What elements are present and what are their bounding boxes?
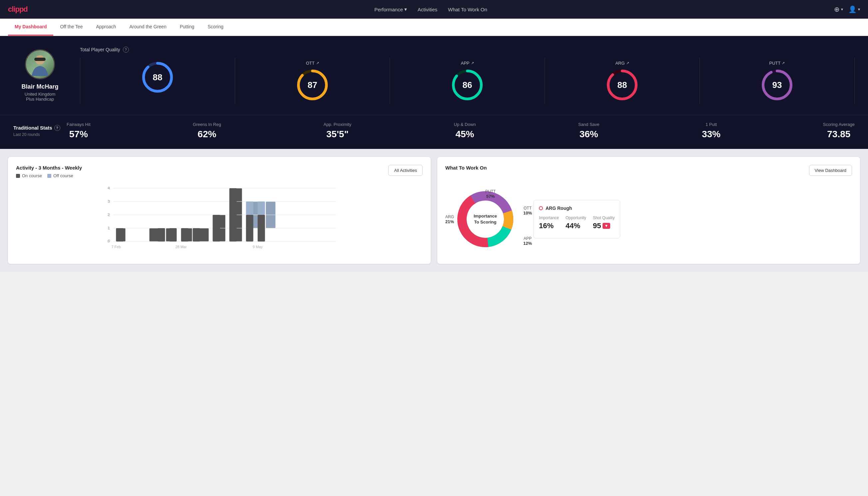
score-putt: PUTT ↗ 93 bbox=[700, 58, 855, 104]
svg-text:To Scoring: To Scoring bbox=[474, 219, 496, 224]
svg-rect-45 bbox=[170, 228, 177, 242]
info-metrics: Importance 16% Opportunity 44% Shot Qual… bbox=[539, 216, 615, 230]
player-handicap: Plus Handicap bbox=[26, 97, 54, 102]
tab-off-the-tee[interactable]: Off the Tee bbox=[53, 19, 89, 36]
info-card: ARG Rough Importance 16% Opportunity 44%… bbox=[533, 200, 620, 238]
gauge-ott: 87 bbox=[296, 68, 329, 102]
svg-text:28 Mar: 28 Mar bbox=[175, 245, 187, 249]
info-card-title: ARG Rough bbox=[539, 205, 615, 211]
gauge-putt-value: 93 bbox=[772, 80, 782, 90]
svg-rect-51 bbox=[246, 202, 253, 215]
svg-rect-49 bbox=[230, 188, 237, 242]
tab-approach[interactable]: Approach bbox=[89, 19, 123, 36]
svg-text:1: 1 bbox=[108, 226, 110, 230]
nav-what-to-work-on[interactable]: What To Work On bbox=[448, 7, 487, 12]
gauge-ott-value: 87 bbox=[308, 80, 317, 90]
info-metric-opportunity: Opportunity 44% bbox=[566, 216, 586, 230]
svg-text:2: 2 bbox=[108, 213, 110, 217]
lower-panels: Activity - 3 Months - Weekly On course O… bbox=[0, 149, 868, 272]
activity-panel: Activity - 3 Months - Weekly On course O… bbox=[8, 157, 431, 264]
donut-area: Importance To Scoring PUTT 57% OTT 10% A… bbox=[445, 183, 852, 256]
svg-rect-50 bbox=[246, 215, 253, 242]
tab-putting[interactable]: Putting bbox=[173, 19, 201, 36]
tab-scoring[interactable]: Scoring bbox=[201, 19, 230, 36]
svg-rect-48 bbox=[213, 215, 220, 242]
info-metric-shot-quality: Shot Quality 95 ▼ bbox=[593, 216, 615, 230]
wtwon-panel-title: What To Work On bbox=[445, 165, 487, 171]
scores-area: Total Player Quality ? 88 OTT ↗ bbox=[80, 47, 855, 104]
score-arg-label: ARG ↗ bbox=[615, 61, 629, 66]
nav-performance[interactable]: Performance ▾ bbox=[374, 6, 407, 12]
trad-app-proximity: App. Proximity 35'5" bbox=[323, 122, 351, 140]
add-button[interactable]: ⊕ ▾ bbox=[834, 5, 843, 13]
info-metric-importance: Importance 16% bbox=[539, 216, 559, 230]
trad-scoring-average: Scoring Average 73.85 bbox=[823, 122, 855, 140]
activity-chart: 4 3 2 1 0 bbox=[16, 185, 423, 251]
wtwon-panel-header: What To Work On View Dashboard bbox=[445, 165, 852, 176]
hero-section: Blair McHarg United Kingdom Plus Handica… bbox=[0, 36, 868, 115]
player-info: Blair McHarg United Kingdom Plus Handica… bbox=[13, 49, 67, 102]
gauge-app: 86 bbox=[451, 68, 484, 102]
svg-rect-44 bbox=[158, 228, 165, 242]
ott-trend-icon: ↗ bbox=[316, 61, 319, 65]
score-overall: 88 bbox=[80, 58, 235, 104]
traditional-stats: Traditional Stats ? Last 20 rounds Fairw… bbox=[0, 115, 868, 149]
activity-panel-title: Activity - 3 Months - Weekly bbox=[16, 165, 82, 171]
what-to-work-on-panel: What To Work On View Dashboard Importanc… bbox=[437, 157, 860, 264]
nav-right: ⊕ ▾ 👤 ▾ bbox=[834, 5, 860, 13]
nav-links: Performance ▾ Activities What To Work On bbox=[374, 6, 487, 12]
gauge-app-value: 86 bbox=[463, 80, 472, 90]
svg-rect-53 bbox=[258, 202, 265, 215]
total-player-quality-header: Total Player Quality ? bbox=[80, 47, 855, 52]
all-activities-button[interactable]: All Activities bbox=[388, 165, 423, 176]
avatar bbox=[25, 49, 55, 79]
trad-help-icon[interactable]: ? bbox=[54, 125, 60, 131]
trad-greens-in-reg: Greens In Reg 62% bbox=[193, 122, 221, 140]
svg-text:Importance: Importance bbox=[474, 214, 497, 218]
view-dashboard-button[interactable]: View Dashboard bbox=[809, 165, 852, 176]
gauge-overall-value: 88 bbox=[153, 72, 162, 83]
svg-text:3: 3 bbox=[108, 200, 110, 203]
gauge-arg-value: 88 bbox=[617, 80, 627, 90]
help-icon[interactable]: ? bbox=[123, 47, 129, 52]
donut-label-arg: APP 12% bbox=[523, 236, 532, 246]
tab-around-the-green[interactable]: Around the Green bbox=[123, 19, 173, 36]
tab-my-dashboard[interactable]: My Dashboard bbox=[8, 19, 53, 36]
score-putt-label: PUTT ↗ bbox=[769, 61, 785, 66]
score-ott: OTT ↗ 87 bbox=[235, 58, 390, 104]
tab-bar: My Dashboard Off the Tee Approach Around… bbox=[0, 19, 868, 36]
svg-rect-1 bbox=[34, 58, 46, 61]
activity-panel-header: Activity - 3 Months - Weekly On course O… bbox=[16, 165, 423, 178]
trad-title: Traditional Stats ? bbox=[13, 125, 67, 131]
svg-rect-47 bbox=[193, 228, 200, 242]
svg-rect-52 bbox=[258, 215, 265, 242]
svg-rect-46 bbox=[181, 228, 189, 242]
score-app: APP ↗ 86 bbox=[390, 58, 545, 104]
svg-rect-43 bbox=[116, 228, 124, 242]
trad-items: Fairways Hit 57% Greens In Reg 62% App. … bbox=[67, 122, 855, 140]
score-app-label: APP ↗ bbox=[461, 61, 474, 66]
donut-chart: Importance To Scoring PUTT 57% OTT 10% A… bbox=[445, 183, 525, 256]
arg-trend-icon: ↗ bbox=[626, 61, 629, 65]
gauge-putt: 93 bbox=[760, 68, 794, 102]
player-name: Blair McHarg bbox=[21, 83, 58, 90]
trad-subtitle: Last 20 rounds bbox=[13, 132, 67, 137]
svg-text:4: 4 bbox=[108, 186, 110, 190]
logo[interactable]: clippd bbox=[8, 5, 28, 14]
legend-off-course: Off course bbox=[47, 173, 73, 178]
legend-on-course: On course bbox=[16, 173, 42, 178]
gauge-arg: 88 bbox=[605, 68, 639, 102]
trad-sand-save: Sand Save 36% bbox=[578, 122, 600, 140]
nav-activities[interactable]: Activities bbox=[418, 7, 437, 12]
putt-trend-icon: ↗ bbox=[782, 61, 785, 65]
chevron-down-icon: ▾ bbox=[404, 6, 407, 12]
user-menu[interactable]: 👤 ▾ bbox=[848, 5, 860, 13]
trad-fairways-hit: Fairways Hit 57% bbox=[67, 122, 91, 140]
gauge-overall: 88 bbox=[141, 61, 174, 94]
svg-text:9 May: 9 May bbox=[253, 245, 263, 249]
score-ott-label: OTT ↗ bbox=[306, 61, 319, 66]
trad-up-down: Up & Down 45% bbox=[454, 122, 476, 140]
chart-legend: On course Off course bbox=[16, 173, 82, 178]
app-trend-icon: ↗ bbox=[471, 61, 474, 65]
top-nav: clippd Performance ▾ Activities What To … bbox=[0, 0, 868, 19]
